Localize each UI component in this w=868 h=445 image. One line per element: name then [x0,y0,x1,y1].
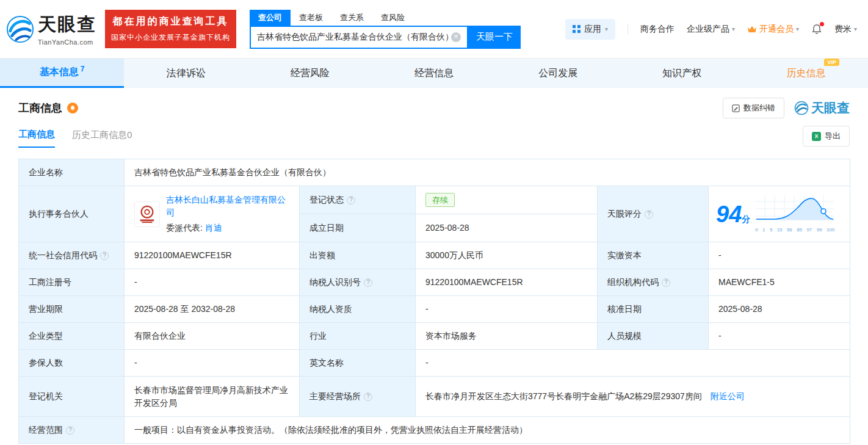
field-label: 成立日期 [300,214,416,242]
field-value: - [416,296,598,323]
table-row: 统一社会信用代码? 91220100MAEWCFE15R 出资额 30000万人… [19,242,850,269]
clear-icon[interactable]: × [451,32,461,42]
help-icon[interactable]: ? [364,393,372,401]
tab-history-info[interactable]: 历史信息 VIP [744,59,868,88]
export-button[interactable]: X 导出 [803,126,850,147]
field-value: 94分 01 [709,186,850,242]
watermark-logo: 天眼查 [794,99,850,117]
vip-label: 开通会员 [759,24,794,35]
partner-company-logo [134,201,160,227]
tab-operation-risk[interactable]: 经营风险 [248,59,372,88]
table-row: 工商注册号 - 纳税人识别号? 91220100MAEWCFE15R 组织机构代… [19,269,850,296]
menu-business-cooperation[interactable]: 商务合作 [640,24,675,35]
field-label: 主要经营场所? [300,377,416,417]
field-value: 91220100MAEWCFE15R [125,242,300,269]
field-value: 资本市场服务 [416,323,598,350]
tab-label: 经营信息 [414,67,454,80]
data-correction-label: 数据纠错 [743,103,775,114]
brand-domain: TianYanCha.com [38,38,96,46]
score-axis-labels: 01 515 5685 9799 100 [755,226,834,234]
tianyancha-logo[interactable]: 天眼查 TianYanCha.com [6,12,96,46]
watermark-swirl-icon [794,101,809,115]
tab-label: 经营风险 [291,67,330,80]
field-label: 组织机构代码? [598,269,709,296]
tianyan-score[interactable]: 94分 01 [716,194,845,234]
search-tab-risk[interactable]: 查风险 [372,10,413,26]
field-value: 30000万人民币 [416,242,598,269]
help-icon[interactable]: ? [364,278,372,287]
subtab-business-info[interactable]: 工商信息 [18,129,55,148]
slogan-banner: 都在用的商业查询工具 国家中小企业发展子基金旗下机构 [105,10,236,48]
help-icon[interactable]: ? [66,426,74,435]
help-icon[interactable]: ? [645,210,653,219]
company-name: 吉林省特色饮品产业私募基金合伙企业（有限合伙） [134,167,331,177]
field-label: 天眼评分? [598,186,709,242]
tab-intellectual-property[interactable]: 知识产权 [620,59,744,88]
tab-label: 法律诉讼 [167,67,206,80]
user-menu[interactable]: 费米 ▾ [834,24,857,35]
tab-company-development[interactable]: 公司发展 [496,59,620,88]
apps-menu[interactable]: 应用 ▾ [565,19,615,40]
export-label: 导出 [825,131,841,142]
field-label: 实缴资本 [598,242,709,269]
excel-icon: X [812,132,821,141]
field-value: - [416,350,850,377]
field-label: 统一社会信用代码? [19,242,125,269]
field-label: 经营范围? [19,417,125,444]
search-input[interactable] [257,32,451,42]
business-address: 长春市净月开发区生态大街3777号长春明宇金融广场A2栋29层29307房间 [425,391,702,401]
field-value: MAEWCFE1-5 [709,269,850,296]
rep-name-link[interactable]: 肖迪 [205,223,222,233]
tab-basic-info[interactable]: 基本信息 7 [0,59,124,88]
menu-enterprise-products[interactable]: 企业级产品 ▾ [687,24,735,35]
search-tabs: 查公司 查老板 查关系 查风险 [250,10,521,26]
field-label: 登记机关 [19,377,125,417]
tab-label: 公司发展 [538,67,577,80]
field-label: 企业名称 [19,159,125,186]
correction-icon [732,104,740,112]
data-correction-button[interactable]: 数据纠错 [723,98,784,118]
established-date: 2025-08-28 [425,223,469,233]
grid-icon [573,25,580,33]
field-label: 纳税人资质 [300,296,416,323]
help-icon[interactable]: ? [100,251,109,260]
divider [627,24,628,34]
help-icon[interactable]: ? [347,196,355,204]
subtab-history-business-info[interactable]: 历史工商信息0 [72,129,132,147]
brand-name: 天眼查 [38,12,96,37]
rep-prefix: 委派代表: [166,223,203,233]
search-button[interactable]: 天眼一下 [468,26,521,49]
partner-company-link[interactable]: 吉林长白山私募基金管理有限公司 [166,195,286,217]
score-curve-chart: 01 515 5685 9799 100 [755,194,834,234]
tab-label: 历史信息 [786,68,825,78]
bell-icon[interactable] [811,24,822,35]
section-header: 工商信息 数据纠错 天眼查 [18,98,850,118]
tab-label: 知识产权 [662,67,701,80]
search-tab-boss[interactable]: 查老板 [291,10,331,26]
tab-legal-proceedings[interactable]: 法律诉讼 [124,59,248,88]
tab-count: 7 [81,65,85,73]
field-value: 有限合伙企业 [125,323,300,350]
crown-icon [747,25,757,34]
menu-open-vip[interactable]: 开通会员 ▾ [747,24,799,35]
business-info-table: 企业名称 吉林省特色饮品产业私募基金合伙企业（有限合伙） 执行事务合伙人 吉林长… [18,159,850,444]
table-row: 企业名称 吉林省特色饮品产业私募基金合伙企业（有限合伙） [19,159,850,186]
table-row: 经营范围? 一般项目：以自有资金从事投资活动。（除依法须经批准的项目外，凭营业执… [19,417,850,444]
search-tab-relation[interactable]: 查关系 [331,10,372,26]
notification-dot [820,22,824,26]
help-icon[interactable]: ? [662,278,670,287]
tab-operation-info[interactable]: 经营信息 [372,59,496,88]
field-label: 英文名称 [300,350,416,377]
field-label: 出资额 [300,242,416,269]
subscribe-bell-icon[interactable] [67,103,78,114]
chevron-down-icon: ▾ [605,26,608,32]
table-row: 企业类型 有限合伙企业 行业 资本市场服务 人员规模 - [19,323,850,350]
chevron-down-icon: ▾ [796,26,799,32]
nearby-companies-link[interactable]: 附近公司 [711,391,745,401]
field-label: 营业期限 [19,296,125,323]
field-label: 企业类型 [19,323,125,350]
search-tab-company[interactable]: 查公司 [250,10,291,26]
field-value: 吉林省特色饮品产业私募基金合伙企业（有限合伙） [125,159,850,186]
header-right-menu: 应用 ▾ 商务合作 企业级产品 ▾ 开通会员 ▾ 费米 ▾ [565,19,857,40]
field-label: 人员规模 [598,323,709,350]
